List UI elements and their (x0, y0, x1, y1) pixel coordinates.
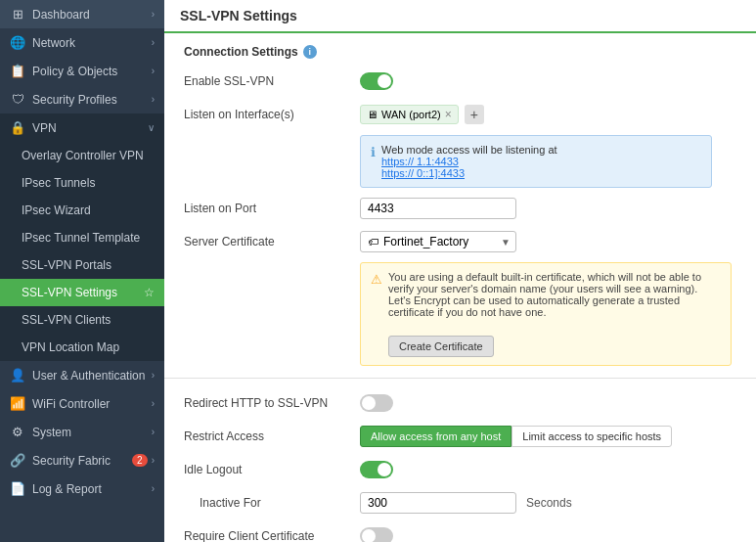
sidebar-sub-label: SSL-VPN Settings (22, 286, 144, 299)
sidebar-sub-label: Overlay Controller VPN (22, 149, 155, 162)
allow-any-host-button[interactable]: Allow access from any host (360, 426, 511, 447)
sidebar-item-user-auth[interactable]: 👤 User & Authentication › (0, 361, 164, 389)
cert-warning-box: ⚠ You are using a default built-in certi… (360, 262, 732, 366)
sidebar-item-policy[interactable]: 📋 Policy & Objects › (0, 57, 164, 85)
dashboard-icon: ⊞ (10, 7, 25, 22)
sidebar-item-system[interactable]: ⚙ System › (0, 418, 164, 446)
info-link1[interactable]: https:// 1.1:4433 (381, 156, 459, 167)
redirect-http-row: Redirect HTTP to SSL-VPN (184, 390, 736, 416)
info-box-icon: ℹ (371, 145, 376, 159)
sidebar-item-ssl-vpn-clients[interactable]: SSL-VPN Clients (0, 306, 164, 334)
sidebar-item-label: Dashboard (32, 8, 152, 22)
sidebar-item-label: System (32, 426, 152, 439)
main-content: SSL-VPN Settings Connection Settings i E… (164, 0, 756, 542)
listen-port-row: Listen on Port (184, 196, 736, 221)
sidebar-sub-label: IPsec Tunnels (22, 176, 155, 190)
idle-logout-row: Idle Logout (184, 457, 736, 482)
sidebar-item-label: Security Profiles (32, 93, 152, 107)
sidebar-item-label: WiFi Controller (32, 397, 152, 411)
server-cert-select[interactable]: 🏷 Fortinet_Factory (360, 231, 516, 252)
seconds-label: Seconds (526, 496, 572, 510)
server-cert-select-wrap: 🏷 Fortinet_Factory ▼ (360, 231, 516, 252)
log-icon: 📄 (10, 481, 25, 496)
content-area: Connection Settings i Enable SSL-VPN Lis… (164, 33, 756, 542)
listen-port-input[interactable] (360, 198, 516, 219)
sidebar: ⊞ Dashboard › 🌐 Network › 📋 Policy & Obj… (0, 0, 164, 542)
restrict-access-btn-group: Allow access from any host Limit access … (360, 426, 672, 447)
require-cert-label: Require Client Certificate (184, 529, 360, 542)
inactive-for-input[interactable] (360, 492, 516, 514)
enable-ssl-vpn-toggle[interactable] (360, 72, 393, 90)
warning-icon: ⚠ (371, 272, 382, 287)
server-cert-value: Fortinet_Factory (383, 235, 468, 248)
sidebar-sub-label: VPN Location Map (22, 340, 155, 354)
wifi-icon: 📶 (10, 396, 25, 411)
enable-ssl-vpn-label: Enable SSL-VPN (184, 74, 360, 88)
security-fabric-icon: 🔗 (10, 453, 25, 468)
info-link2[interactable]: https:// 0::1]:4433 (381, 167, 465, 179)
server-cert-label: Server Certificate (184, 235, 360, 248)
sidebar-item-ssl-vpn-settings[interactable]: SSL-VPN Settings ☆ (0, 279, 164, 306)
create-certificate-button[interactable]: Create Certificate (388, 336, 494, 357)
sidebar-item-ssl-vpn-portals[interactable]: SSL-VPN Portals (0, 251, 164, 279)
warn-text: You are using a default built-in certifi… (388, 271, 701, 318)
sidebar-item-label: User & Authentication (32, 369, 152, 383)
policy-icon: 📋 (10, 64, 25, 78)
connection-settings-info-icon[interactable]: i (303, 45, 317, 59)
sidebar-item-security-profiles[interactable]: 🛡 Security Profiles › (0, 85, 164, 113)
interface-value: WAN (port2) (381, 109, 441, 120)
page-title: SSL-VPN Settings (180, 8, 297, 23)
sidebar-item-network[interactable]: 🌐 Network › (0, 28, 164, 57)
require-cert-row: Require Client Certificate (184, 523, 736, 542)
sidebar-item-ipsec-wizard[interactable]: IPsec Wizard (0, 197, 164, 224)
interface-icon: 🖥 (367, 109, 378, 120)
user-icon: 👤 (10, 368, 25, 383)
listen-interface-row: Listen on Interface(s) 🖥 WAN (port2) × + (184, 102, 736, 127)
access-settings-section: Redirect HTTP to SSL-VPN Restrict Access… (164, 379, 756, 542)
sidebar-sub-label: SSL-VPN Clients (22, 313, 155, 327)
idle-logout-toggle[interactable] (360, 461, 393, 478)
sidebar-item-dashboard[interactable]: ⊞ Dashboard › (0, 0, 164, 28)
enable-ssl-vpn-row: Enable SSL-VPN (184, 68, 736, 94)
redirect-http-toggle[interactable] (360, 394, 393, 412)
restrict-access-label: Restrict Access (184, 429, 360, 443)
sidebar-sub-label: IPsec Wizard (22, 203, 155, 217)
sidebar-item-label: Security Fabric (32, 454, 132, 468)
sidebar-sub-label: IPsec Tunnel Template (22, 231, 155, 245)
inactive-for-row: Inactive For Seconds (184, 490, 736, 516)
limit-hosts-button[interactable]: Limit access to specific hosts (511, 426, 672, 447)
vpn-submenu: Overlay Controller VPN IPsec Tunnels IPs… (0, 142, 164, 361)
info-box-text: Web mode access will be listening at (381, 144, 557, 156)
connection-settings-title: Connection Settings i (184, 45, 736, 59)
vpn-icon: 🔒 (10, 120, 25, 135)
sidebar-item-vpn-location-map[interactable]: VPN Location Map (0, 334, 164, 361)
inactive-for-label: Inactive For (184, 496, 360, 510)
security-fabric-badge: 2 (132, 454, 148, 467)
server-cert-row: Server Certificate 🏷 Fortinet_Factory ▼ (184, 229, 736, 254)
require-cert-toggle[interactable] (360, 527, 393, 542)
sidebar-item-label: VPN (32, 121, 148, 135)
security-profiles-icon: 🛡 (10, 92, 25, 107)
sidebar-item-overlay-controller[interactable]: Overlay Controller VPN (0, 142, 164, 169)
bookmark-icon: ☆ (144, 286, 155, 299)
sidebar-sub-label: SSL-VPN Portals (22, 258, 155, 272)
system-icon: ⚙ (10, 425, 25, 439)
sidebar-item-ipsec-tunnels[interactable]: IPsec Tunnels (0, 169, 164, 197)
remove-interface-button[interactable]: × (445, 108, 452, 121)
network-icon: 🌐 (10, 35, 25, 50)
sidebar-item-security-fabric[interactable]: 🔗 Security Fabric 2 › (0, 446, 164, 474)
sidebar-item-ipsec-tunnel-template[interactable]: IPsec Tunnel Template (0, 224, 164, 251)
cert-icon: 🏷 (368, 236, 378, 248)
idle-logout-label: Idle Logout (184, 463, 360, 476)
restrict-access-row: Restrict Access Allow access from any ho… (184, 424, 736, 449)
sidebar-item-log-report[interactable]: 📄 Log & Report › (0, 474, 164, 503)
redirect-http-label: Redirect HTTP to SSL-VPN (184, 396, 360, 410)
sidebar-item-vpn[interactable]: 🔒 VPN ∨ (0, 113, 164, 142)
listen-port-label: Listen on Port (184, 202, 360, 215)
sidebar-item-wifi[interactable]: 📶 WiFi Controller › (0, 389, 164, 418)
connection-settings-section: Connection Settings i Enable SSL-VPN Lis… (164, 33, 756, 379)
add-interface-button[interactable]: + (465, 105, 484, 124)
page-header: SSL-VPN Settings (164, 0, 756, 33)
listen-info-box: ℹ Web mode access will be listening at h… (360, 135, 712, 188)
sidebar-item-label: Log & Report (32, 482, 152, 496)
